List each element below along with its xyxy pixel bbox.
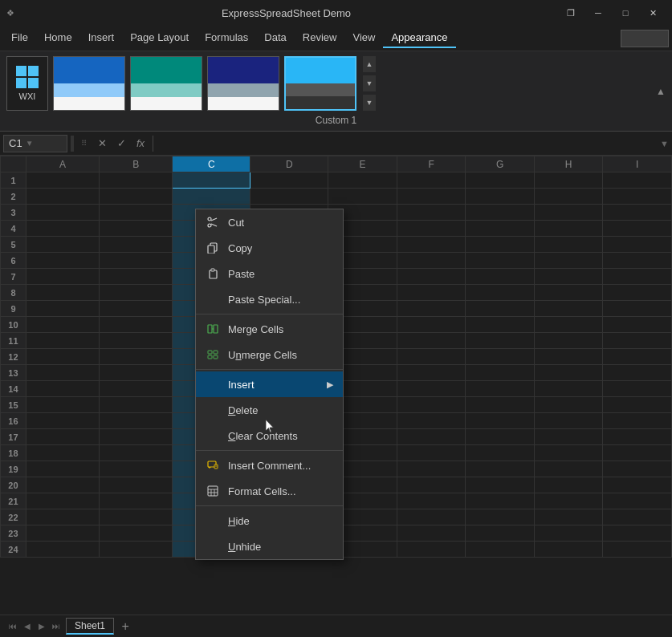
cell-A14[interactable] bbox=[26, 381, 99, 397]
cell-A19[interactable] bbox=[26, 461, 99, 477]
next-sheet-button[interactable]: ▶ bbox=[35, 620, 48, 633]
theme-custom-selected[interactable] bbox=[284, 56, 356, 111]
cell-B10[interactable] bbox=[100, 317, 173, 333]
formula-confirm-button[interactable]: ✓ bbox=[112, 135, 130, 152]
context-menu-unhide[interactable]: Unhide bbox=[196, 534, 343, 559]
menu-view[interactable]: View bbox=[344, 28, 383, 48]
ribbon-collapse-button[interactable]: ▲ bbox=[656, 86, 666, 97]
cell-I22[interactable] bbox=[603, 509, 672, 525]
context-menu-hide[interactable]: Hide bbox=[196, 508, 343, 534]
cell-H4[interactable] bbox=[534, 221, 603, 237]
cell-I23[interactable] bbox=[603, 525, 672, 542]
cell-B6[interactable] bbox=[100, 253, 173, 269]
cell-A15[interactable] bbox=[26, 397, 99, 413]
cell-G6[interactable] bbox=[466, 253, 535, 269]
cell-I17[interactable] bbox=[603, 429, 672, 445]
row-num-6[interactable]: 6 bbox=[1, 253, 26, 269]
ribbon-scroll-down[interactable]: ▼ bbox=[363, 75, 376, 91]
cell-I18[interactable] bbox=[603, 445, 672, 461]
cell-F12[interactable] bbox=[397, 349, 466, 365]
cell-I6[interactable] bbox=[603, 253, 672, 269]
menu-review[interactable]: Review bbox=[295, 28, 345, 48]
minimize-button[interactable]: ─ bbox=[585, 5, 611, 21]
cell-B5[interactable] bbox=[100, 237, 173, 253]
context-menu-unmerge-cells[interactable]: Unmerge Cells bbox=[196, 342, 343, 367]
cell-A5[interactable] bbox=[26, 237, 99, 253]
row-num-11[interactable]: 11 bbox=[1, 333, 26, 349]
cell-F20[interactable] bbox=[397, 477, 466, 493]
cell-A11[interactable] bbox=[26, 333, 99, 349]
cell-I24[interactable] bbox=[603, 542, 672, 558]
context-menu-insert-comment[interactable]: Insert Comment... bbox=[196, 452, 343, 478]
cell-F16[interactable] bbox=[397, 413, 466, 429]
row-num-4[interactable]: 4 bbox=[1, 221, 26, 237]
cell-H6[interactable] bbox=[534, 253, 603, 269]
cell-D1[interactable] bbox=[250, 172, 328, 189]
row-num-19[interactable]: 19 bbox=[1, 461, 26, 477]
cell-G8[interactable] bbox=[466, 285, 535, 301]
context-menu-merge-cells[interactable]: Merge Cells bbox=[196, 316, 343, 342]
cell-F22[interactable] bbox=[397, 509, 466, 525]
cell-G2[interactable] bbox=[466, 189, 535, 205]
cell-B1[interactable] bbox=[100, 172, 173, 189]
wxi-theme-button[interactable]: WXI bbox=[6, 56, 48, 111]
formula-input[interactable] bbox=[157, 135, 657, 152]
cell-A20[interactable] bbox=[26, 477, 99, 493]
cell-B16[interactable] bbox=[100, 413, 173, 429]
menu-home[interactable]: Home bbox=[36, 28, 80, 48]
cell-B14[interactable] bbox=[100, 381, 173, 397]
cell-A16[interactable] bbox=[26, 413, 99, 429]
cell-reference[interactable]: C1 ▼ bbox=[3, 135, 67, 152]
theme-blue-dark[interactable] bbox=[53, 56, 125, 111]
cell-G18[interactable] bbox=[466, 445, 535, 461]
cell-F17[interactable] bbox=[397, 429, 466, 445]
sheet-tab-sheet1[interactable]: Sheet1 bbox=[66, 618, 114, 635]
cell-B21[interactable] bbox=[100, 493, 173, 509]
cell-B15[interactable] bbox=[100, 397, 173, 413]
cell-F3[interactable] bbox=[397, 205, 466, 221]
cell-F2[interactable] bbox=[397, 189, 466, 205]
cell-I10[interactable] bbox=[603, 317, 672, 333]
restore-button[interactable]: ❐ bbox=[558, 5, 584, 21]
col-header-D[interactable]: D bbox=[250, 156, 328, 172]
col-header-G[interactable]: G bbox=[466, 156, 535, 172]
cell-A7[interactable] bbox=[26, 269, 99, 285]
cell-F8[interactable] bbox=[397, 285, 466, 301]
cell-H3[interactable] bbox=[534, 205, 603, 221]
cell-H11[interactable] bbox=[534, 333, 603, 349]
cell-H5[interactable] bbox=[534, 237, 603, 253]
formula-cancel-button[interactable]: ✕ bbox=[93, 135, 111, 152]
row-num-5[interactable]: 5 bbox=[1, 237, 26, 253]
cell-H14[interactable] bbox=[534, 381, 603, 397]
cell-G21[interactable] bbox=[466, 493, 535, 509]
cell-H10[interactable] bbox=[534, 317, 603, 333]
cell-F6[interactable] bbox=[397, 253, 466, 269]
cell-B13[interactable] bbox=[100, 365, 173, 381]
cell-G12[interactable] bbox=[466, 349, 535, 365]
cell-H1[interactable] bbox=[534, 172, 603, 189]
row-num-24[interactable]: 24 bbox=[1, 542, 26, 558]
cell-A4[interactable] bbox=[26, 221, 99, 237]
cell-G16[interactable] bbox=[466, 413, 535, 429]
cell-G20[interactable] bbox=[466, 477, 535, 493]
cell-I5[interactable] bbox=[603, 237, 672, 253]
row-num-15[interactable]: 15 bbox=[1, 397, 26, 413]
cell-H16[interactable] bbox=[534, 413, 603, 429]
cell-G4[interactable] bbox=[466, 221, 535, 237]
menu-formulas[interactable]: Formulas bbox=[197, 28, 256, 48]
cell-B2[interactable] bbox=[100, 189, 173, 205]
cell-G5[interactable] bbox=[466, 237, 535, 253]
cell-G23[interactable] bbox=[466, 525, 535, 542]
cell-B12[interactable] bbox=[100, 349, 173, 365]
cell-B3[interactable] bbox=[100, 205, 173, 221]
cell-D2[interactable] bbox=[250, 189, 328, 205]
cell-B22[interactable] bbox=[100, 509, 173, 525]
cell-I16[interactable] bbox=[603, 413, 672, 429]
ribbon-scroll-more[interactable]: ▼ bbox=[363, 95, 376, 111]
cell-E1[interactable] bbox=[328, 172, 397, 189]
cell-G15[interactable] bbox=[466, 397, 535, 413]
cell-B4[interactable] bbox=[100, 221, 173, 237]
prev-sheet-button[interactable]: ◀ bbox=[21, 620, 34, 633]
cell-H17[interactable] bbox=[534, 429, 603, 445]
cell-I4[interactable] bbox=[603, 221, 672, 237]
